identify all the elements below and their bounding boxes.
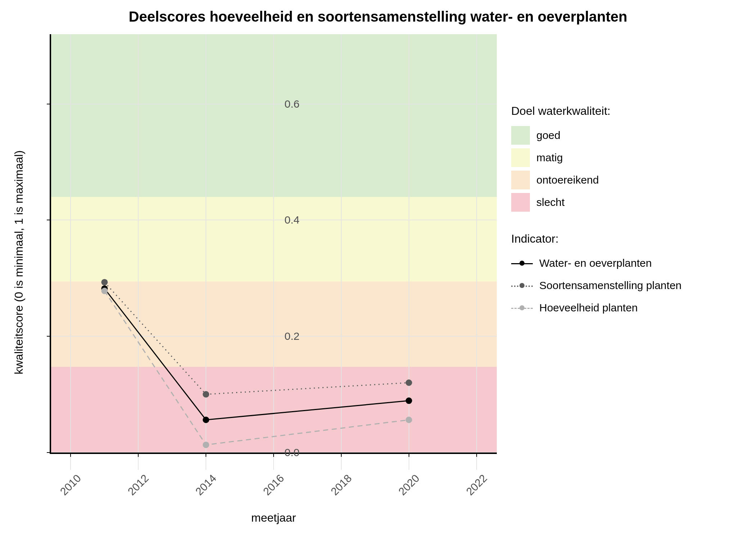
y-tick-label: 0.0 [271, 446, 300, 459]
y-tick-label: 0.2 [271, 330, 300, 342]
chart-title: Deelscores hoeveelheid en soortensamenst… [129, 9, 627, 25]
legend-doel-title: Doel waterkwaliteit: [511, 104, 681, 118]
legend-section-indicator: Indicator: Water- en oeverplanten Soorte… [511, 232, 681, 319]
legend-label: Hoeveelheid planten [539, 302, 638, 314]
swatch-ontoereikend [511, 171, 530, 189]
legend-section-doel: Doel waterkwaliteit: goed matig ontoerei… [511, 104, 681, 213]
x-tick [409, 454, 409, 457]
x-tick [341, 454, 342, 457]
x-tick-label: 2016 [261, 472, 286, 498]
series-point [406, 397, 412, 404]
legend-key-s1 [511, 257, 533, 270]
legend-item-s2: Soortensamenstelling planten [511, 274, 681, 297]
legend-item-ontoereikend: ontoereikend [511, 169, 681, 191]
x-tick-label: 2018 [328, 472, 354, 498]
swatch-goed [511, 126, 530, 145]
legend-label: Water- en oeverplanten [539, 257, 652, 269]
legend-label: matig [536, 152, 563, 164]
x-tick-label: 2012 [126, 472, 151, 498]
x-tick-label: 2022 [464, 472, 489, 498]
series-point [406, 379, 412, 386]
series-point [406, 417, 412, 423]
legend-item-matig: matig [511, 147, 681, 169]
x-tick-label: 2020 [396, 472, 422, 498]
series-point [203, 391, 209, 397]
legend-label: Soortensamenstelling planten [539, 279, 681, 292]
y-tick [47, 336, 50, 337]
series-point [203, 417, 209, 423]
y-tick-label: 0.4 [271, 214, 300, 226]
y-tick-label: 0.6 [271, 98, 300, 110]
x-tick-label: 2014 [193, 472, 219, 498]
swatch-matig [511, 148, 530, 167]
y-axis-line [50, 34, 51, 453]
x-axis-label: meetjaar [50, 511, 497, 525]
legend-item-slecht: slecht [511, 191, 681, 213]
legend: Doel waterkwaliteit: goed matig ontoerei… [511, 104, 681, 338]
legend-item-s3: Hoeveelheid planten [511, 297, 681, 319]
y-tick [47, 220, 50, 220]
x-tick [70, 454, 71, 457]
legend-key-s3 [511, 301, 533, 314]
legend-key-s2 [511, 279, 533, 292]
series-point [101, 279, 108, 285]
swatch-slecht [511, 193, 530, 212]
series-line [104, 289, 409, 420]
x-tick [138, 454, 139, 457]
series-line [104, 282, 409, 394]
series-point [203, 442, 209, 448]
x-tick [273, 454, 274, 457]
series-line [104, 291, 409, 445]
legend-label: ontoereikend [536, 174, 599, 186]
x-tick [476, 454, 477, 457]
x-tick [206, 454, 206, 457]
series-point [101, 288, 108, 294]
y-tick [47, 452, 50, 453]
legend-item-s1: Water- en oeverplanten [511, 252, 681, 274]
legend-ind-title: Indicator: [511, 232, 681, 246]
legend-item-goed: goed [511, 124, 681, 147]
y-tick [47, 104, 50, 104]
x-tick-label: 2010 [58, 472, 84, 498]
legend-label: goed [536, 129, 561, 141]
legend-label: slecht [536, 196, 564, 208]
y-axis-label: kwaliteitscore (0 is minimaal, 1 is maxi… [12, 150, 26, 374]
